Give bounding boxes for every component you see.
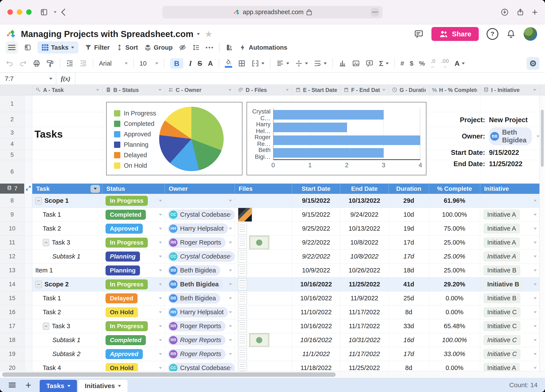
row-number[interactable]: 7	[0, 184, 25, 194]
percent-complete-cell[interactable]: 25.00%	[429, 236, 480, 249]
owner-cell[interactable]: RRRoger Reports	[165, 333, 235, 347]
chevron-down-icon[interactable]	[286, 89, 289, 91]
hide-fields-eye-off-icon[interactable]	[179, 44, 186, 51]
minimize-window-button[interactable]	[17, 9, 22, 15]
column-header-e-start-date[interactable]: E - Start Date	[292, 85, 340, 95]
end-date-cell[interactable]: 11/17/2022	[340, 319, 389, 333]
column-header-d-files[interactable]: D - Files	[235, 85, 292, 95]
initiative-badge[interactable]: Initiative A	[483, 210, 520, 220]
task-cell[interactable]: Task 3	[32, 319, 102, 333]
status-cell[interactable]: Approved	[102, 347, 165, 361]
status-badge[interactable]: On Hold	[105, 363, 138, 371]
files-cell[interactable]	[235, 250, 292, 263]
owner-badge[interactable]: CCCrystal Codebase	[168, 210, 235, 220]
fill-color-button[interactable]	[225, 59, 232, 68]
end-date-cell[interactable]: 10/8/2022	[340, 250, 389, 263]
view-selector-button[interactable]: Tasks	[37, 41, 79, 54]
duration-cell[interactable]: 17d	[389, 250, 429, 263]
chevron-down-icon[interactable]	[96, 89, 99, 91]
initiative-cell[interactable]: Initiative A	[480, 250, 539, 263]
percent-complete-cell[interactable]: 0.00%	[429, 361, 480, 371]
chevron-down-icon[interactable]	[49, 78, 52, 80]
chevron-down-icon[interactable]	[159, 367, 162, 369]
chevron-down-icon[interactable]	[94, 188, 97, 190]
status-badge[interactable]: Completed	[105, 335, 146, 345]
chevron-down-icon[interactable]	[534, 214, 537, 216]
files-cell[interactable]	[235, 194, 292, 208]
side-panel-icon[interactable]	[24, 44, 31, 51]
task-cell[interactable]: Task 3	[32, 236, 102, 249]
row-menu-icon[interactable]	[6, 41, 18, 54]
table-header-initiative[interactable]: Initiative	[480, 184, 539, 194]
file-thumbnail-cert[interactable]	[249, 236, 269, 249]
owner-badge[interactable]: RRRoger Reports	[168, 321, 226, 332]
workbook-title-chevron-icon[interactable]	[197, 33, 200, 35]
initiative-cell[interactable]: Initiative B	[480, 264, 539, 277]
status-cell[interactable]: On Hold	[102, 305, 165, 319]
column-header-a-task[interactable]: A - Task	[32, 85, 102, 95]
more-text-formats-button[interactable]: A	[455, 60, 465, 67]
vertical-align-button[interactable]	[295, 60, 308, 67]
tab-overview-chevron-icon[interactable]	[54, 11, 56, 13]
row-handle[interactable]	[25, 264, 32, 277]
expand-row-icon[interactable]	[25, 185, 31, 192]
status-badge[interactable]: Completed	[105, 210, 146, 220]
row-number[interactable]: 19	[0, 347, 25, 361]
collapse-row-button[interactable]	[43, 239, 49, 246]
status-cell[interactable]: Planning	[102, 250, 165, 263]
row-number[interactable]: 5	[0, 150, 25, 160]
percent-complete-cell[interactable]: 0.00%	[429, 291, 480, 305]
filter-button[interactable]: Filter	[85, 44, 110, 51]
start-date-cell[interactable]: 10/9/2022	[292, 264, 340, 277]
duration-cell[interactable]: 16d	[389, 333, 429, 347]
percent-format-button[interactable]: %	[419, 60, 425, 67]
owner-cell[interactable]: BBBeth Bigidea	[165, 277, 235, 291]
bold-button[interactable]: B	[170, 58, 183, 69]
percent-complete-cell[interactable]: 33.00%	[429, 347, 480, 361]
end-date-cell[interactable]: 11/25/2022	[340, 277, 389, 291]
collapse-row-button[interactable]	[35, 281, 42, 288]
group-button[interactable]: Group	[144, 44, 173, 51]
row-handle[interactable]	[25, 208, 32, 222]
more-options-icon[interactable]	[206, 47, 213, 48]
strikethrough-button[interactable]: S	[198, 60, 202, 67]
chevron-down-icon[interactable]	[159, 297, 162, 299]
initiative-badge[interactable]: Initiative B	[483, 265, 520, 276]
font-size-select[interactable]: 10	[140, 60, 158, 67]
sheet-tab-tasks[interactable]: Tasks	[40, 380, 77, 392]
file-thumbnail-doc[interactable]	[238, 320, 247, 332]
owner-badge[interactable]: BBBeth Bigidea	[489, 127, 532, 145]
row-handle[interactable]	[25, 139, 32, 150]
status-pie-chart[interactable]: In ProgressCompletedApprovedPlanningDela…	[106, 102, 242, 175]
insert-comment-icon[interactable]	[365, 60, 373, 67]
chevron-down-icon[interactable]	[159, 339, 162, 341]
start-date-cell[interactable]: 10/16/2022	[292, 319, 340, 333]
status-cell[interactable]: Planning	[102, 264, 165, 277]
owner-cell[interactable]	[165, 194, 235, 208]
favorite-star-icon[interactable]: ★	[205, 29, 213, 39]
task-cell[interactable]: Subtask 2	[32, 347, 102, 361]
row-number[interactable]: 16	[0, 305, 25, 319]
row-handle[interactable]	[25, 333, 32, 347]
grid-cell[interactable]	[32, 160, 102, 184]
insert-chart-icon[interactable]	[339, 60, 347, 67]
chevron-down-icon[interactable]	[118, 385, 121, 387]
notifications-bell-icon[interactable]	[506, 29, 516, 39]
file-thumbnail-doc[interactable]	[238, 264, 247, 277]
row-handle[interactable]	[25, 305, 32, 319]
initiative-cell[interactable]: Initiative B	[480, 277, 539, 291]
address-bar[interactable]: app.spreadsheet.com	[162, 6, 383, 18]
sheet-tab-initiatives[interactable]: Initiatives	[78, 380, 128, 392]
row-number[interactable]: 9	[0, 208, 25, 222]
status-cell[interactable]: Completed	[102, 333, 165, 347]
duration-cell[interactable]: 17d	[389, 236, 429, 249]
chevron-down-icon[interactable]	[229, 353, 232, 355]
column-header-g-duration[interactable]: G - Duration	[389, 85, 429, 95]
initiative-cell[interactable]	[480, 194, 539, 208]
chevron-down-icon[interactable]	[159, 311, 162, 313]
duration-cell[interactable]: 29d	[389, 194, 429, 208]
owner-badge[interactable]: CCCrystal Codebase	[168, 251, 235, 262]
status-cell[interactable]: In Progress	[102, 194, 165, 208]
row-number[interactable]: 1	[0, 95, 25, 112]
owner-cell[interactable]: HHHarry Helpsalot	[165, 305, 235, 319]
